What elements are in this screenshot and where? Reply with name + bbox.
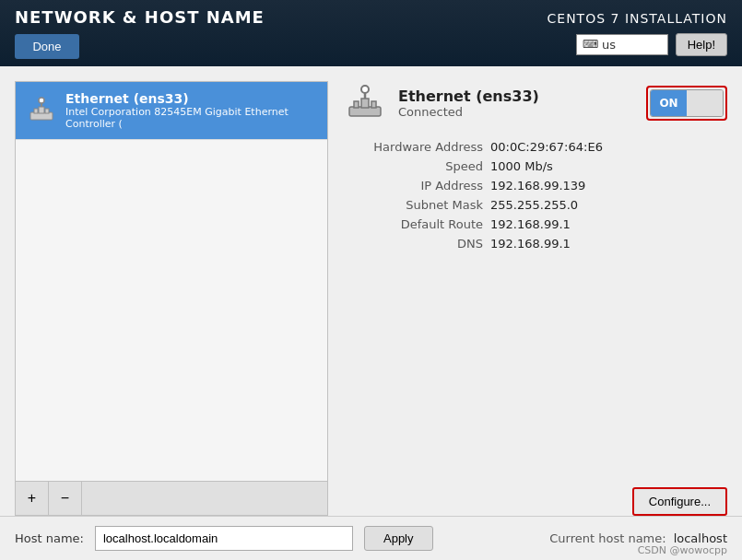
header-left: NETWORK & HOST NAME Done — [15, 7, 265, 59]
list-controls: + − — [15, 482, 328, 516]
hardware-address-label: Hardware Address — [343, 140, 490, 154]
dns-label: DNS — [343, 237, 490, 251]
svg-point-11 — [361, 86, 369, 93]
detail-row-dns: DNS 192.168.99.1 — [343, 237, 727, 251]
help-button[interactable]: Help! — [676, 33, 727, 56]
add-interface-button[interactable]: + — [16, 482, 49, 515]
iface-info: Ethernet (ens33) Intel Corporation 82545… — [65, 91, 316, 130]
toggle-switch[interactable]: ON — [650, 89, 724, 117]
detail-row-hardware: Hardware Address 00:0C:29:67:64:E6 — [343, 140, 727, 154]
device-header: Ethernet (ens33) Connected ON — [343, 81, 727, 125]
toggle-off-area — [687, 90, 723, 116]
interface-list: Ethernet (ens33) Intel Corporation 82545… — [15, 81, 328, 482]
centos-title: CENTOS 7 INSTALLATION — [548, 11, 727, 26]
ip-label: IP Address — [343, 179, 490, 192]
header: NETWORK & HOST NAME Done CENTOS 7 INSTAL… — [0, 0, 742, 66]
current-hostname-value: localhost — [674, 531, 727, 545]
detail-row-ip: IP Address 192.168.99.139 — [343, 179, 727, 192]
device-name: Ethernet (ens33) — [398, 88, 539, 105]
detail-row-speed: Speed 1000 Mb/s — [343, 159, 727, 173]
speed-label: Speed — [343, 159, 490, 173]
current-hostname-label: Current host name: — [549, 531, 665, 545]
subnet-label: Subnet Mask — [343, 198, 490, 212]
network-details: Hardware Address 00:0C:29:67:64:E6 Speed… — [343, 140, 727, 480]
hostname-bar: Host name: Apply Current host name: loca… — [0, 516, 742, 560]
hardware-address-value: 00:0C:29:67:64:E6 — [490, 140, 603, 154]
remove-interface-button[interactable]: − — [49, 482, 82, 515]
device-info: Ethernet (ens33) Connected — [343, 81, 539, 125]
svg-rect-3 — [39, 107, 44, 113]
iface-name: Ethernet (ens33) — [65, 91, 316, 106]
svg-rect-7 — [354, 101, 359, 108]
watermark: CSDN @wowocpp — [638, 544, 727, 556]
detail-row-subnet: Subnet Mask 255.255.255.0 — [343, 198, 727, 212]
svg-rect-2 — [45, 109, 49, 113]
iface-desc: Intel Corporation 82545EM Gigabit Ethern… — [65, 106, 316, 130]
left-panel: Ethernet (ens33) Intel Corporation 82545… — [15, 81, 328, 516]
dns-value: 192.168.99.1 — [490, 237, 571, 251]
svg-rect-9 — [361, 99, 369, 108]
configure-row: Configure... — [343, 487, 727, 516]
apply-button[interactable]: Apply — [364, 526, 433, 551]
toggle-container: ON — [646, 86, 727, 121]
speed-value: 1000 Mb/s — [490, 159, 553, 173]
keyboard-input[interactable]: ⌨ us — [576, 34, 668, 55]
route-value: 192.168.99.1 — [490, 217, 571, 231]
device-status: Connected — [398, 105, 539, 119]
list-item[interactable]: Ethernet (ens33) Intel Corporation 82545… — [16, 82, 327, 140]
toggle-on-label: ON — [651, 90, 687, 116]
ethernet-icon — [27, 96, 56, 125]
hostname-input[interactable] — [95, 526, 353, 551]
svg-rect-1 — [34, 109, 38, 113]
header-right: CENTOS 7 INSTALLATION ⌨ us Help! — [548, 11, 727, 56]
current-hostname-display: Current host name: localhost — [549, 531, 727, 545]
right-panel: Ethernet (ens33) Connected ON — [343, 81, 727, 516]
header-controls: ⌨ us Help! — [576, 33, 727, 56]
keyboard-icon: ⌨ — [583, 38, 598, 51]
ip-value: 192.168.99.139 — [490, 179, 585, 192]
device-ethernet-icon — [343, 81, 387, 125]
svg-rect-8 — [371, 101, 376, 108]
device-name-block: Ethernet (ens33) Connected — [398, 88, 539, 119]
subnet-value: 255.255.255.0 — [490, 198, 578, 212]
route-label: Default Route — [343, 217, 490, 231]
done-button[interactable]: Done — [15, 34, 79, 59]
page-title: NETWORK & HOST NAME — [15, 7, 265, 27]
keyboard-lang: us — [602, 38, 616, 52]
detail-row-route: Default Route 192.168.99.1 — [343, 217, 727, 231]
svg-point-5 — [39, 98, 44, 103]
configure-button[interactable]: Configure... — [632, 487, 727, 516]
hostname-label: Host name: — [15, 531, 84, 545]
